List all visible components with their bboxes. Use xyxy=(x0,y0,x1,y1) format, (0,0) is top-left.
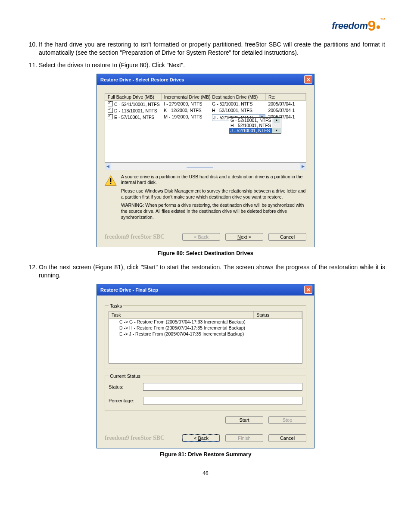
dialog-titlebar[interactable]: Restore Drive - Final Step ✕ xyxy=(97,284,314,296)
cell-inc: I - 279/2000, NTFS xyxy=(161,100,209,107)
task-cell: E -> J - Restore From (2005/07/04-17:35 … xyxy=(109,331,254,337)
step-12-text: On the next screen (Figure 81), click "S… xyxy=(39,263,385,280)
drive-grid[interactable]: Full Backup Drive (MB) Incremental Drive… xyxy=(105,93,306,163)
task-col-header[interactable]: Task xyxy=(109,311,254,319)
tasks-legend: Tasks xyxy=(109,303,123,308)
grid-header-row: Full Backup Drive (MB) Incremental Drive… xyxy=(105,93,306,101)
cell-re: 2005/07/04-1 xyxy=(265,100,305,107)
task-row[interactable]: E -> J - Restore From (2005/07/04-17:35 … xyxy=(109,331,302,337)
restore-drive-final-dialog: Restore Drive - Final Step ✕ Tasks Task … xyxy=(97,284,314,448)
logo-digit: 9 xyxy=(368,17,376,34)
cell-re: 2005/07/04-1 xyxy=(265,107,305,114)
col-destination[interactable]: Destination Drive (MB) xyxy=(209,93,265,101)
cancel-button[interactable]: Cancel xyxy=(268,434,306,442)
scroll-up-icon[interactable]: ▲ xyxy=(274,118,280,123)
grid-row[interactable]: D - 113/10001, NTFS K - 12/2000, NTFS H … xyxy=(105,107,306,114)
finish-button[interactable]: Finish xyxy=(225,434,263,442)
info-text-block: A source drive is a partition in the USB… xyxy=(121,174,306,223)
info-line-3: WARNING: When performs a drive restoring… xyxy=(121,202,306,220)
page-logo: freedom9TM xyxy=(26,17,385,34)
logo-dot-icon xyxy=(377,25,380,29)
step-11-text: Select the drives to restore to (Figure … xyxy=(39,61,385,69)
row-checkbox[interactable] xyxy=(108,101,113,106)
info-line-2: Please use Windows Disk Management to su… xyxy=(121,188,306,200)
cell-dest: G - 52/10001, NTFS xyxy=(209,100,265,107)
task-cell: D -> H - Restore From (2005/07/04-17:35 … xyxy=(109,325,254,331)
cell-full: E - 57/10001, NTFS xyxy=(114,115,154,120)
figure-80-caption: Figure 80: Select Destination Drives xyxy=(26,250,385,256)
next-button[interactable]: Next > xyxy=(225,233,263,241)
col-incremental[interactable]: Incremental Drive (MB) xyxy=(161,93,209,101)
scroll-down-icon[interactable]: ▼ xyxy=(272,128,281,133)
grid-horizontal-scrollbar[interactable]: ◀ ▶ xyxy=(105,163,306,170)
col-full-backup[interactable]: Full Backup Drive (MB) xyxy=(105,93,161,101)
scroll-left-icon[interactable]: ◀ xyxy=(105,163,111,170)
cell-dest: H - 52/10001, NTFS xyxy=(209,107,265,114)
stop-button[interactable]: Stop xyxy=(268,416,306,424)
status-label: Status: xyxy=(109,384,139,389)
step-10-text: If the hard drive you are restoring to i… xyxy=(39,40,385,57)
task-row[interactable]: D -> H - Restore From (2005/07/04-17:35 … xyxy=(109,325,302,331)
dialog-brand: freedom9 freeStor SBC xyxy=(105,233,165,240)
cancel-button[interactable]: Cancel xyxy=(268,233,306,241)
cell-inc: K - 12/2000, NTFS xyxy=(161,107,209,114)
dialog-titlebar[interactable]: Restore Drive - Select Restore Drives ✕ xyxy=(97,74,314,85)
row-checkbox[interactable] xyxy=(108,114,113,119)
percentage-progress-bar xyxy=(143,397,302,404)
close-icon[interactable]: ✕ xyxy=(304,286,312,294)
destination-dropdown-open[interactable]: G - 52/10001, NTFS H - 52/10001, NTFS J … xyxy=(229,117,281,134)
logo-word: freedom xyxy=(332,20,367,31)
dialog-brand: freedom9 freeStor SBC xyxy=(105,435,165,442)
percentage-label: Percentage: xyxy=(109,398,139,403)
task-row[interactable]: C -> G - Restore From (2005/07/04-17:33 … xyxy=(109,318,302,325)
dialog-title: Restore Drive - Select Restore Drives xyxy=(100,77,184,82)
cell-full: C - 5241/10001, NTFS xyxy=(114,102,160,107)
task-cell: C -> G - Restore From (2005/07/04-17:33 … xyxy=(109,318,254,325)
grid-row[interactable]: C - 5241/10001, NTFS I - 279/2000, NTFS … xyxy=(105,100,306,107)
svg-rect-2 xyxy=(110,183,112,184)
tasks-group: Tasks Task Status C -> G - Restore From … xyxy=(105,303,306,368)
cell-full: D - 113/10001, NTFS xyxy=(114,108,157,113)
figure-81-caption: Figure 81: Drive Restore Summary xyxy=(26,451,385,457)
row-checkbox[interactable] xyxy=(108,108,113,113)
status-value-box xyxy=(143,383,302,391)
page-number: 46 xyxy=(26,470,385,476)
col-re[interactable]: Re: xyxy=(265,93,305,101)
cell-inc: M - 19/2000, NTFS xyxy=(161,114,209,121)
start-button[interactable]: Start xyxy=(225,416,263,424)
close-icon[interactable]: ✕ xyxy=(304,75,312,84)
back-button[interactable]: < Back xyxy=(182,233,220,241)
current-status-group: Current Status Status: Percentage: xyxy=(105,373,306,411)
status-col-header[interactable]: Status xyxy=(254,311,302,319)
scroll-thumb[interactable] xyxy=(187,167,213,168)
dialog-title: Restore Drive - Final Step xyxy=(100,287,158,292)
dropdown-scrollbar[interactable]: ▲ ▼ xyxy=(272,118,281,133)
current-status-legend: Current Status xyxy=(109,373,142,379)
scroll-right-icon[interactable]: ▶ xyxy=(300,163,306,170)
warning-icon xyxy=(105,175,117,186)
back-button[interactable]: < Back xyxy=(182,434,220,442)
logo-tm: TM xyxy=(380,17,385,21)
info-line-1: A source drive is a partition in the USB… xyxy=(121,174,306,186)
tasks-list[interactable]: Task Status C -> G - Restore From (2005/… xyxy=(109,311,302,364)
restore-drive-select-dialog: Restore Drive - Select Restore Drives ✕ … xyxy=(97,74,314,247)
svg-rect-1 xyxy=(110,178,112,182)
